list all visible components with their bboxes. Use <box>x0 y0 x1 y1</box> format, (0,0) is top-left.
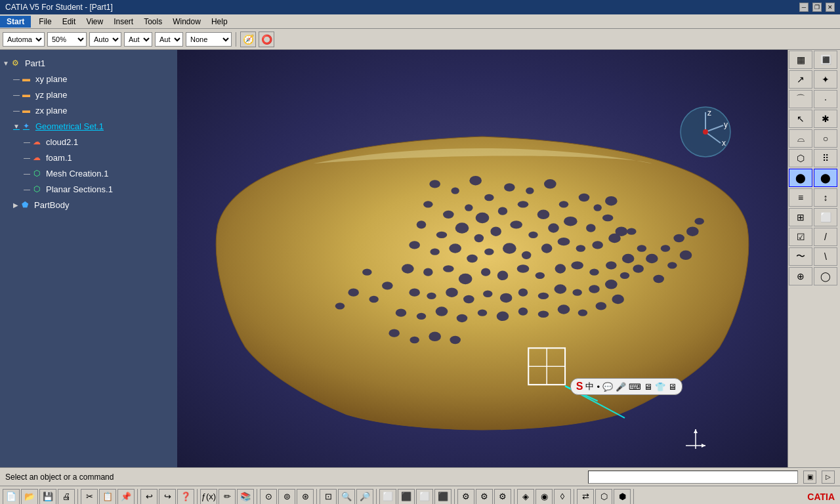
rt-btn-diag[interactable]: / <box>814 228 837 246</box>
filter2-select[interactable]: Aut <box>155 32 183 47</box>
rt-btn-dotstar[interactable]: ✱ <box>814 110 837 128</box>
compass-icon[interactable]: 🧭 <box>240 32 256 47</box>
rt-btn-plus[interactable]: ⊕ <box>789 267 812 285</box>
rt-btn-curve[interactable]: ⌒ <box>789 90 812 108</box>
bt-tools3[interactable]: ⚙ <box>494 489 511 505</box>
bt-cut[interactable]: ✂ <box>81 489 98 505</box>
rt-btn-square[interactable]: ⬜ <box>814 208 837 226</box>
rt-btn-check[interactable]: ☑ <box>789 228 812 246</box>
rt-btn-lines[interactable]: ≡ <box>789 188 812 207</box>
rt-btn-active1[interactable]: ⬤ <box>789 169 812 187</box>
bt-copy[interactable]: 📋 <box>99 489 116 505</box>
filter1-select[interactable]: Aut <box>124 32 152 47</box>
rt-btn-select[interactable]: ↖ <box>789 110 812 128</box>
ime-keyboard-icon[interactable]: ⌨ <box>629 382 641 392</box>
bt-snap1[interactable]: ⊙ <box>260 489 277 505</box>
bt-view1[interactable]: ⬜ <box>379 489 396 505</box>
menu-window[interactable]: Window <box>167 16 206 28</box>
bt-zoom-fit[interactable]: ⊡ <box>320 489 337 505</box>
menu-insert[interactable]: Insert <box>108 16 138 28</box>
rt-btn-dots[interactable]: ⠿ <box>814 149 837 167</box>
viewport[interactable]: z y x S 中 • 💬 🎤 ⌨ 🖥 👕 🖥 <box>177 50 788 467</box>
command-input[interactable] <box>588 471 798 484</box>
rt-btn-arr[interactable]: ↕ <box>814 188 837 207</box>
rt-btn-circle2[interactable]: ◯ <box>814 267 837 285</box>
menu-edit[interactable]: Edit <box>57 16 81 28</box>
rt-btn-diag2[interactable]: \ <box>814 247 837 266</box>
bt-misc2[interactable]: ◉ <box>536 489 553 505</box>
bt-catalog[interactable]: 📚 <box>237 489 254 505</box>
tree-item-yz-plane[interactable]: — ▬ yz plane <box>0 87 177 102</box>
ime-emoji-icon[interactable]: 💬 <box>602 382 613 392</box>
menu-start[interactable]: Start <box>0 16 31 28</box>
tree-item-mesh[interactable]: — ⬡ Mesh Creation.1 <box>0 165 177 181</box>
tree-item-planar[interactable]: — ⬡ Planar Sections.1 <box>0 181 177 197</box>
bt-box2[interactable]: ⬢ <box>614 489 631 505</box>
restore-button[interactable]: ❐ <box>812 3 822 12</box>
rt-btn-mesh2[interactable]: ⬡ <box>789 149 812 167</box>
bt-snap2[interactable]: ⊚ <box>278 489 295 505</box>
filter3-select[interactable]: None <box>186 32 232 47</box>
ime-screen2-icon[interactable]: 🖥 <box>668 382 677 392</box>
bt-arr1[interactable]: ⇄ <box>577 489 594 505</box>
expand-geo[interactable]: ▼ <box>13 123 20 130</box>
bt-snap3[interactable]: ⊛ <box>297 489 314 505</box>
bt-zoom-out[interactable]: 🔎 <box>356 489 373 505</box>
rt-btn-star[interactable]: ✦ <box>814 70 837 89</box>
rt-btn-grid[interactable]: ▦ <box>789 51 812 69</box>
bt-tools1[interactable]: ⚙ <box>457 489 474 505</box>
bt-new[interactable]: 📄 <box>3 489 20 505</box>
tree-item-xy-plane[interactable]: — ▬ xy plane <box>0 71 177 87</box>
ime-cn-label[interactable]: 中 <box>585 381 594 392</box>
bt-misc1[interactable]: ◈ <box>517 489 534 505</box>
status-btn-2[interactable]: ▷ <box>822 471 835 484</box>
snap-select[interactable]: Auto <box>89 32 121 47</box>
rt-btn-point[interactable]: · <box>814 90 837 108</box>
tree-item-geo-set[interactable]: ▼ ✦ Geometrical Set.1 <box>0 118 177 134</box>
bt-tools2[interactable]: ⚙ <box>476 489 493 505</box>
bt-view2[interactable]: ⬛ <box>398 489 415 505</box>
render-mode-select[interactable]: Automa <box>3 32 45 47</box>
ime-s-icon[interactable]: S <box>576 381 583 392</box>
rt-btn-wave[interactable]: 〜 <box>789 247 812 266</box>
rt-btn-render[interactable]: 🔳 <box>814 51 837 69</box>
rt-btn-arc[interactable]: ⌓ <box>789 129 812 148</box>
rt-btn-snap[interactable]: ↗ <box>789 70 812 89</box>
tree-item-partbody[interactable]: ▶ ⬟ PartBody <box>0 197 177 213</box>
bt-box1[interactable]: ⬡ <box>595 489 612 505</box>
bt-print[interactable]: 🖨 <box>58 489 75 505</box>
bt-formula[interactable]: ƒ(x) <box>200 489 217 505</box>
bt-design[interactable]: ✏ <box>219 489 236 505</box>
bt-help[interactable]: ❓ <box>177 489 194 505</box>
expand-part1[interactable]: ▼ <box>3 60 9 67</box>
rt-btn-active2[interactable]: ⬤ <box>814 169 837 187</box>
menu-help[interactable]: Help <box>206 16 233 28</box>
ime-screen-icon[interactable]: 🖥 <box>644 382 652 392</box>
bt-undo[interactable]: ↩ <box>140 489 158 505</box>
bt-redo[interactable]: ↪ <box>159 489 176 505</box>
status-btn-1[interactable]: ▣ <box>803 471 816 484</box>
bt-misc3[interactable]: ◊ <box>554 489 571 505</box>
tree-item-part1[interactable]: ▼ ⚙ Part1 <box>0 55 177 71</box>
bt-save[interactable]: 💾 <box>39 489 56 505</box>
rt-btn-grid2[interactable]: ⊞ <box>789 208 812 226</box>
ime-shirt-icon[interactable]: 👕 <box>655 382 665 392</box>
render-icon[interactable]: ⭕ <box>259 32 274 47</box>
minimize-button[interactable]: ─ <box>799 3 808 12</box>
close-button[interactable]: ✕ <box>826 3 835 12</box>
tree-item-foam[interactable]: — ☁ foam.1 <box>0 150 177 165</box>
tree-item-zx-plane[interactable]: — ▬ zx plane <box>0 102 177 118</box>
bt-paste[interactable]: 📌 <box>117 489 135 505</box>
ime-toolbar[interactable]: S 中 • 💬 🎤 ⌨ 🖥 👕 🖥 <box>570 378 682 395</box>
menu-view[interactable]: View <box>81 16 108 28</box>
bt-view4[interactable]: ⬛ <box>434 489 452 505</box>
menu-tools[interactable]: Tools <box>138 16 167 28</box>
zoom-select[interactable]: 50% <box>47 32 87 47</box>
ime-mic-icon[interactable]: 🎤 <box>616 382 626 392</box>
bt-open[interactable]: 📂 <box>21 489 38 505</box>
bt-view3[interactable]: ⬜ <box>416 489 433 505</box>
menu-file[interactable]: File <box>33 16 56 28</box>
tree-item-cloud2[interactable]: — ☁ cloud2.1 <box>0 134 177 150</box>
bt-zoom-in[interactable]: 🔍 <box>338 489 355 505</box>
rt-btn-circ[interactable]: ○ <box>814 129 837 148</box>
